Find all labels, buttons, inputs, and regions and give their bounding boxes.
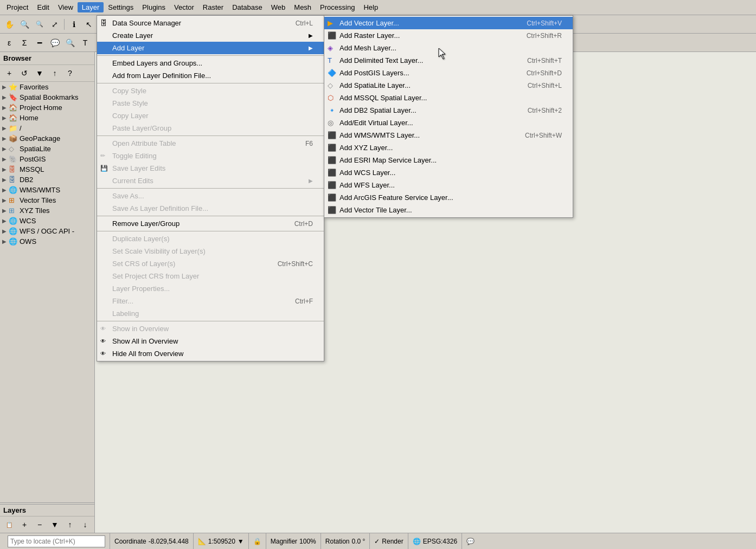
- menu-data-source-manager[interactable]: 🗄 Data Source Manager Ctrl+L: [97, 17, 324, 29]
- submenu-add-wfs[interactable]: ⬛ Add WFS Layer...: [324, 179, 573, 191]
- submenu-add-delimited[interactable]: T Add Delimited Text Layer... Ctrl+Shift…: [324, 54, 573, 67]
- layers-filter[interactable]: ▼: [48, 518, 62, 532]
- submenu-add-spatialite[interactable]: ◇ Add SpatiaLite Layer... Ctrl+Shift+L: [324, 79, 573, 92]
- sidebar-item-mssql[interactable]: ▶ 🗄 MSSQL: [0, 164, 94, 175]
- tb-balloon[interactable]: 💬: [48, 36, 62, 50]
- add-vector-icon: ▶: [328, 19, 333, 27]
- menu-embed-layers[interactable]: Embed Layers and Groups...: [97, 57, 324, 69]
- sidebar: Browser + ↺ ▼ ↑ ? ▶ ⭐ Favorites ▶ 🔖 Spat…: [0, 52, 95, 533]
- menu-add-layer[interactable]: Add Layer ▶: [97, 42, 324, 54]
- menu-labeling: Labeling: [97, 307, 324, 320]
- locate-search[interactable]: [8, 535, 105, 547]
- tb-zoom-search[interactable]: 🔍: [63, 36, 77, 50]
- menu-processing[interactable]: Processing: [316, 2, 359, 12]
- menu-database[interactable]: Database: [228, 2, 267, 12]
- layers-remove[interactable]: −: [33, 518, 47, 532]
- tb-text[interactable]: T: [78, 36, 92, 50]
- sidebar-item-xyz-tiles[interactable]: ▶ ⊞ XYZ Tiles: [0, 205, 94, 216]
- render-checkbox[interactable]: ✓: [374, 538, 380, 545]
- submenu-add-arcgis-map[interactable]: ⬛ Add ESRI Map Service Layer...: [324, 154, 573, 166]
- layers-up[interactable]: ↑: [63, 518, 77, 532]
- submenu-add-raster[interactable]: ⬛ Add Raster Layer... Ctrl+Shift+R: [324, 29, 573, 42]
- sidebar-item-db2[interactable]: ▶ 🗄 DB2: [0, 175, 94, 185]
- menu-show-all-overview[interactable]: 👁 Show All in Overview: [97, 335, 324, 347]
- browser-filter[interactable]: ▼: [33, 66, 47, 80]
- set-proj-crs-label: Set Project CRS from Layer: [112, 272, 199, 280]
- layers-open-att[interactable]: 📋: [2, 518, 16, 532]
- tb-pan[interactable]: ✋: [2, 17, 16, 31]
- sidebar-item-ows[interactable]: ▶ 🌐 OWS: [0, 236, 94, 247]
- submenu-add-virtual[interactable]: ◎ Add/Edit Virtual Layer...: [324, 117, 573, 129]
- browser-add[interactable]: +: [2, 66, 16, 80]
- menu-set-project-crs: Set Project CRS from Layer: [97, 270, 324, 282]
- wfs-label: WFS / OGC API -: [20, 227, 74, 235]
- tb-sum[interactable]: Σ: [17, 36, 31, 50]
- statusbar-epsg[interactable]: 🌐 EPSG:4326: [408, 533, 462, 549]
- home-icon: 🏠: [9, 114, 17, 122]
- browser-refresh[interactable]: ↺: [17, 66, 31, 80]
- menu-help[interactable]: Help: [359, 2, 382, 12]
- arrow-wfs: ▶: [2, 228, 7, 234]
- arrow-wcs: ▶: [2, 218, 7, 224]
- tb-zoom-out[interactable]: 🔍: [33, 17, 47, 31]
- tb-epsilon[interactable]: ε: [2, 36, 16, 50]
- add-mesh-label: Add Mesh Layer...: [339, 44, 396, 52]
- submenu-add-db2[interactable]: 🔹 Add DB2 Spatial Layer... Ctrl+Shift+2: [324, 104, 573, 117]
- layers-add[interactable]: +: [17, 518, 31, 532]
- submenu-add-mesh[interactable]: ◈ Add Mesh Layer...: [324, 42, 573, 54]
- submenu-add-vector-tile[interactable]: ⬛ Add Vector Tile Layer...: [324, 204, 573, 216]
- sidebar-item-wms[interactable]: ▶ 🌐 WMS/WMTS: [0, 185, 94, 195]
- menu-create-layer[interactable]: Create Layer ▶: [97, 29, 324, 42]
- sidebar-item-root[interactable]: ▶ 📁 /: [0, 123, 94, 133]
- sidebar-item-wfs[interactable]: ▶ 🌐 WFS / OGC API -: [0, 226, 94, 236]
- tb-zoom-in[interactable]: 🔍: [17, 17, 31, 31]
- menu-mesh[interactable]: Mesh: [290, 2, 316, 12]
- remove-layer-shortcut: Ctrl+D: [273, 220, 313, 228]
- menu-project[interactable]: Project: [2, 2, 33, 12]
- submenu-add-xyz[interactable]: ⬛ Add XYZ Layer...: [324, 141, 573, 154]
- submenu-add-mssql[interactable]: ⬡ Add MSSQL Spatial Layer...: [324, 92, 573, 104]
- menu-web[interactable]: Web: [267, 2, 290, 12]
- tb-ruler[interactable]: ━: [33, 36, 47, 50]
- tb-select[interactable]: ↖: [82, 17, 96, 31]
- set-crs-shortcut: Ctrl+Shift+C: [256, 260, 313, 268]
- submenu-add-arcgis-feature[interactable]: ⬛ Add ArcGIS Feature Service Layer...: [324, 191, 573, 204]
- menu-plugins[interactable]: Plugins: [138, 2, 170, 12]
- menu-hide-all-overview[interactable]: 👁 Hide All from Overview: [97, 347, 324, 360]
- submenu-add-wcs[interactable]: ⬛ Add WCS Layer...: [324, 166, 573, 179]
- sidebar-item-spatial-bookmarks[interactable]: ▶ 🔖 Spatial Bookmarks: [0, 92, 94, 102]
- menu-view[interactable]: View: [54, 2, 78, 12]
- tb-extent[interactable]: ⤢: [48, 17, 62, 31]
- add-virtual-icon: ◎: [328, 119, 334, 127]
- tb-identify[interactable]: ℹ: [67, 17, 81, 31]
- ows-label: OWS: [20, 237, 36, 246]
- scale-dropdown[interactable]: ▼: [238, 538, 244, 545]
- ows-icon: 🌐: [9, 237, 17, 246]
- menu-add-from-definition[interactable]: Add from Layer Definition File...: [97, 69, 324, 82]
- sidebar-item-vector-tiles[interactable]: ▶ ⊞ Vector Tiles: [0, 195, 94, 205]
- add-mssql-label: Add MSSQL Spatial Layer...: [339, 94, 427, 102]
- browser-help[interactable]: ?: [63, 66, 77, 80]
- menu-layer[interactable]: Layer: [78, 2, 104, 12]
- sidebar-item-wcs[interactable]: ▶ 🌐 WCS: [0, 216, 94, 226]
- menu-edit[interactable]: Edit: [33, 2, 53, 12]
- sidebar-item-spatialite[interactable]: ▶ ◇ SpatiaLite: [0, 144, 94, 154]
- sidebar-item-postgis[interactable]: ▶ 🐘 PostGIS: [0, 154, 94, 164]
- submenu-add-wms[interactable]: ⬛ Add WMS/WMTS Layer... Ctrl+Shift+W: [324, 129, 573, 141]
- statusbar-messages[interactable]: 💬: [462, 533, 479, 549]
- mssql-label: MSSQL: [20, 165, 44, 173]
- layers-down[interactable]: ↓: [78, 518, 92, 532]
- submenu-add-vector[interactable]: ▶ Add Vector Layer... Ctrl+Shift+V: [324, 17, 573, 29]
- menu-raster[interactable]: Raster: [198, 2, 228, 12]
- menu-remove-layer[interactable]: Remove Layer/Group Ctrl+D: [97, 217, 324, 230]
- menu-settings[interactable]: Settings: [104, 2, 138, 12]
- sidebar-item-project-home[interactable]: ▶ 🏠 Project Home: [0, 102, 94, 113]
- sidebar-item-geopackage[interactable]: ▶ 📦 GeoPackage: [0, 133, 94, 144]
- browser-collapse[interactable]: ↑: [48, 66, 62, 80]
- sidebar-item-home[interactable]: ▶ 🏠 Home: [0, 113, 94, 123]
- magnifier-label: Magnifier: [271, 538, 297, 545]
- sidebar-item-favorites[interactable]: ▶ ⭐ Favorites: [0, 82, 94, 92]
- menu-vector[interactable]: Vector: [170, 2, 198, 12]
- submenu-add-postgis[interactable]: 🔷 Add PostGIS Layers... Ctrl+Shift+D: [324, 67, 573, 79]
- save-edits-label: Save Layer Edits: [112, 164, 165, 172]
